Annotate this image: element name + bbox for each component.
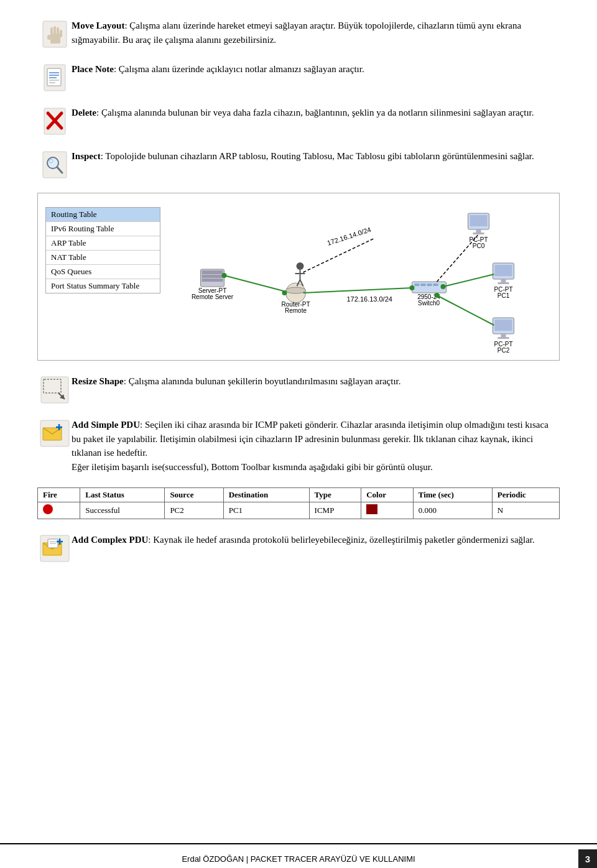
resize-shape-title: Resize Shape bbox=[72, 376, 124, 386]
svg-rect-42 bbox=[427, 284, 432, 286]
x-icon bbox=[43, 107, 67, 136]
svg-rect-22 bbox=[202, 270, 223, 274]
svg-rect-4 bbox=[53, 26, 56, 35]
add-complex-pdu-icon bbox=[37, 533, 72, 563]
svg-rect-23 bbox=[202, 275, 223, 278]
svg-point-72 bbox=[441, 284, 446, 289]
svg-rect-40 bbox=[415, 284, 420, 286]
svg-line-46 bbox=[303, 288, 412, 293]
place-note-section: Place Note: Çalışma alanı üzerinde açıkl… bbox=[37, 62, 560, 92]
svg-rect-51 bbox=[473, 233, 484, 234]
resize-shape-body: : Çalışma alanında bulunan şekillerin bo… bbox=[124, 376, 401, 386]
svg-text:PC0: PC0 bbox=[473, 242, 485, 249]
resize-icon bbox=[40, 376, 70, 404]
add-complex-pdu-text: Add Complex PDU: Kaynak ile hedef arasın… bbox=[72, 533, 560, 547]
pc0-node: PC-PT PC0 bbox=[468, 213, 489, 249]
pc1-node: PC-PT PC1 bbox=[493, 263, 514, 299]
cell-type: ICMP bbox=[309, 502, 361, 519]
fire-dot bbox=[43, 504, 53, 514]
menu-nat-table[interactable]: NAT Table bbox=[46, 251, 160, 265]
footer-page: 3 bbox=[578, 849, 597, 868]
svg-point-69 bbox=[222, 273, 227, 278]
svg-line-27 bbox=[224, 275, 291, 293]
inspect-text: Inspect: Topolojide bulunan cihazların A… bbox=[72, 149, 560, 164]
move-layout-icon bbox=[37, 19, 72, 48]
inspect-section: Inspect: Topolojide bulunan cihazların A… bbox=[37, 149, 560, 179]
svg-text:Remote Server: Remote Server bbox=[192, 293, 234, 300]
col-source: Source bbox=[165, 488, 223, 502]
menu-ipv6-routing-table[interactable]: IPv6 Routing Table bbox=[46, 222, 160, 236]
network-diagram: Routing Table IPv6 Routing Table ARP Tab… bbox=[37, 193, 560, 361]
menu-port-status[interactable]: Port Status Summary Table bbox=[46, 279, 160, 293]
move-layout-text: Move Layout: Çalışma alanı üzerinde hare… bbox=[72, 19, 560, 47]
svg-rect-63 bbox=[495, 320, 512, 331]
svg-rect-3 bbox=[50, 27, 53, 36]
add-complex-pdu-title: Add Complex PDU bbox=[72, 535, 148, 545]
col-type: Type bbox=[309, 488, 361, 502]
server-node: Server-PT Remote Server bbox=[192, 269, 234, 300]
menu-qos-queues[interactable]: QoS Queues bbox=[46, 265, 160, 279]
network-canvas: Server-PT Remote Server Router-PT Remote bbox=[167, 201, 552, 353]
resize-shape-section: Resize Shape: Çalışma alanında bulunan ş… bbox=[37, 374, 560, 404]
inspect-title: Inspect bbox=[72, 151, 101, 161]
add-complex-pdu-body: : Kaynak ile hedef arasında protokolü be… bbox=[148, 535, 534, 545]
svg-rect-2 bbox=[47, 35, 51, 40]
inspect-body: : Topolojide bulunan cihazların ARP tabl… bbox=[101, 151, 534, 161]
svg-rect-41 bbox=[421, 284, 426, 286]
svg-text:172.16.14.0/24: 172.16.14.0/24 bbox=[326, 226, 372, 247]
pdu-table-container: Fire Last Status Source Destination Type… bbox=[37, 487, 560, 519]
pdu-table: Fire Last Status Source Destination Type… bbox=[37, 487, 560, 519]
pc2-node: PC-PT PC2 bbox=[493, 318, 514, 354]
svg-text:Remote: Remote bbox=[285, 307, 307, 314]
svg-rect-65 bbox=[498, 337, 509, 339]
delete-icon bbox=[37, 106, 72, 136]
svg-line-68 bbox=[437, 295, 494, 325]
place-note-title: Place Note bbox=[72, 64, 114, 74]
svg-rect-24 bbox=[202, 279, 223, 282]
delete-section: Delete: Çalışma alanında bulunan bir vey… bbox=[37, 106, 560, 136]
svg-rect-49 bbox=[470, 215, 488, 226]
place-note-text: Place Note: Çalışma alanı üzerinde açıkl… bbox=[72, 62, 560, 76]
svg-line-61 bbox=[443, 274, 494, 287]
note-icon bbox=[43, 63, 67, 92]
delete-title: Delete bbox=[72, 108, 96, 118]
resize-shape-text: Resize Shape: Çalışma alanında bulunan ş… bbox=[72, 374, 560, 389]
cell-last-status: Successful bbox=[80, 502, 165, 519]
delete-body: : Çalışma alanında bulunan bir veya daha… bbox=[96, 108, 534, 118]
cell-destination: PC1 bbox=[223, 502, 309, 519]
svg-rect-43 bbox=[433, 284, 438, 286]
svg-rect-58 bbox=[498, 282, 509, 284]
add-simple-pdu-title: Add Simple PDU bbox=[72, 420, 140, 430]
complex-pdu-icon bbox=[39, 534, 70, 563]
delete-text: Delete: Çalışma alanında bulunan bir vey… bbox=[72, 106, 560, 120]
add-simple-pdu-icon bbox=[37, 418, 72, 448]
cell-source: PC2 bbox=[165, 502, 223, 519]
hand-icon bbox=[42, 20, 68, 48]
svg-rect-8 bbox=[47, 68, 61, 86]
col-color: Color bbox=[361, 488, 414, 502]
cell-fire bbox=[38, 502, 80, 519]
col-destination: Destination bbox=[223, 488, 309, 502]
topology-svg: Server-PT Remote Server Router-PT Remote bbox=[167, 201, 552, 356]
menu-arp-table[interactable]: ARP Table bbox=[46, 236, 160, 251]
svg-text:Switch0: Switch0 bbox=[418, 300, 440, 307]
footer-text: Erdal ÖZDOĞAN | PACKET TRACER ARAYÜZÜ VE… bbox=[182, 854, 415, 864]
person-figure bbox=[295, 262, 305, 286]
place-note-icon bbox=[37, 62, 72, 92]
cell-periodic: N bbox=[492, 502, 559, 519]
col-last-status: Last Status bbox=[80, 488, 165, 502]
move-layout-title: Move Layout bbox=[72, 21, 124, 30]
svg-point-32 bbox=[297, 262, 304, 270]
menu-routing-table[interactable]: Routing Table bbox=[46, 208, 160, 222]
footer: Erdal ÖZDOĞAN | PACKET TRACER ARAYÜZÜ VE… bbox=[0, 843, 597, 868]
add-complex-pdu-section: Add Complex PDU: Kaynak ile hedef arasın… bbox=[37, 533, 560, 563]
svg-line-54 bbox=[437, 235, 478, 282]
svg-point-73 bbox=[435, 293, 440, 298]
col-periodic: Periodic bbox=[492, 488, 559, 502]
svg-rect-50 bbox=[476, 229, 481, 233]
inspect-menu: Routing Table IPv6 Routing Table ARP Tab… bbox=[45, 207, 160, 293]
place-note-body: : Çalışma alanı üzerinde açıklayıcı notl… bbox=[114, 64, 364, 74]
magnifier-icon bbox=[42, 150, 68, 179]
svg-rect-56 bbox=[495, 265, 512, 276]
simple-pdu-icon bbox=[39, 419, 70, 448]
